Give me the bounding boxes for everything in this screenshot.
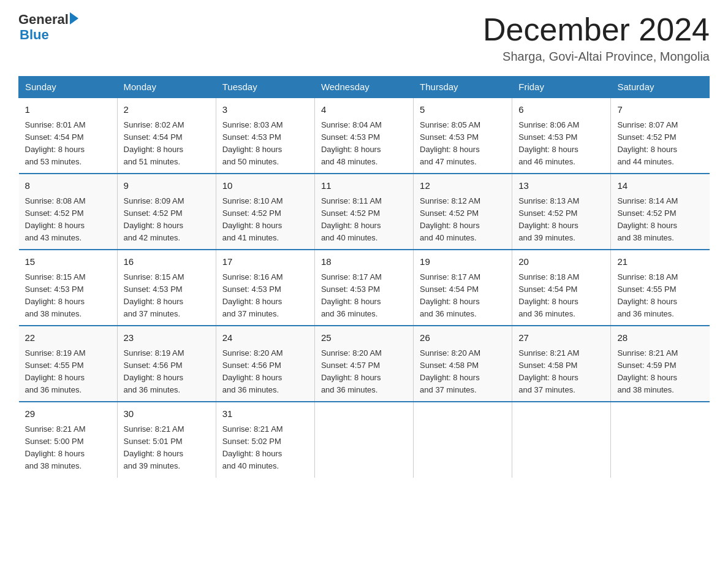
- day-info: Sunrise: 8:10 AMSunset: 4:52 PMDaylight:…: [222, 195, 308, 245]
- table-row: 2Sunrise: 8:02 AMSunset: 4:54 PMDaylight…: [117, 98, 216, 174]
- table-row: 6Sunrise: 8:06 AMSunset: 4:53 PMDaylight…: [512, 98, 611, 174]
- calendar-table: SundayMondayTuesdayWednesdayThursdayFrid…: [18, 76, 710, 477]
- day-info: Sunrise: 8:21 AMSunset: 5:00 PMDaylight:…: [25, 423, 111, 473]
- week-row-2: 8Sunrise: 8:08 AMSunset: 4:52 PMDaylight…: [19, 174, 710, 250]
- table-row: [314, 402, 413, 477]
- header-tuesday: Tuesday: [216, 77, 314, 98]
- table-row: 25Sunrise: 8:20 AMSunset: 4:57 PMDayligh…: [314, 326, 413, 402]
- table-row: 9Sunrise: 8:09 AMSunset: 4:52 PMDaylight…: [117, 174, 216, 250]
- table-row: 1Sunrise: 8:01 AMSunset: 4:54 PMDaylight…: [19, 98, 118, 174]
- table-row: 23Sunrise: 8:19 AMSunset: 4:56 PMDayligh…: [117, 326, 216, 402]
- day-number: 4: [321, 103, 407, 117]
- day-number: 12: [420, 179, 506, 193]
- day-info: Sunrise: 8:20 AMSunset: 4:56 PMDaylight:…: [222, 347, 308, 397]
- table-row: 22Sunrise: 8:19 AMSunset: 4:55 PMDayligh…: [19, 326, 118, 402]
- day-info: Sunrise: 8:21 AMSunset: 5:01 PMDaylight:…: [124, 423, 210, 473]
- day-info: Sunrise: 8:20 AMSunset: 4:58 PMDaylight:…: [420, 347, 506, 397]
- day-number: 31: [222, 407, 308, 421]
- day-info: Sunrise: 8:09 AMSunset: 4:52 PMDaylight:…: [124, 195, 210, 245]
- day-number: 23: [124, 331, 210, 345]
- table-row: 30Sunrise: 8:21 AMSunset: 5:01 PMDayligh…: [117, 402, 216, 477]
- day-number: 14: [617, 179, 703, 193]
- day-info: Sunrise: 8:19 AMSunset: 4:56 PMDaylight:…: [124, 347, 210, 397]
- table-row: 4Sunrise: 8:04 AMSunset: 4:53 PMDaylight…: [314, 98, 413, 174]
- table-row: 27Sunrise: 8:21 AMSunset: 4:58 PMDayligh…: [512, 326, 611, 402]
- table-row: 19Sunrise: 8:17 AMSunset: 4:54 PMDayligh…: [414, 250, 512, 326]
- table-row: 15Sunrise: 8:15 AMSunset: 4:53 PMDayligh…: [19, 250, 118, 326]
- table-row: 24Sunrise: 8:20 AMSunset: 4:56 PMDayligh…: [216, 326, 314, 402]
- day-info: Sunrise: 8:18 AMSunset: 4:54 PMDaylight:…: [518, 271, 604, 321]
- table-row: 18Sunrise: 8:17 AMSunset: 4:53 PMDayligh…: [314, 250, 413, 326]
- logo-blue: Blue: [20, 27, 78, 43]
- table-row: 29Sunrise: 8:21 AMSunset: 5:00 PMDayligh…: [19, 402, 118, 477]
- day-info: Sunrise: 8:21 AMSunset: 5:02 PMDaylight:…: [222, 423, 308, 473]
- day-number: 7: [617, 103, 703, 117]
- day-info: Sunrise: 8:21 AMSunset: 4:58 PMDaylight:…: [518, 347, 604, 397]
- table-row: 16Sunrise: 8:15 AMSunset: 4:53 PMDayligh…: [117, 250, 216, 326]
- location: Sharga, Govi-Altai Province, Mongolia: [483, 50, 710, 64]
- header-friday: Friday: [512, 77, 611, 98]
- table-row: 31Sunrise: 8:21 AMSunset: 5:02 PMDayligh…: [216, 402, 314, 477]
- table-row: 26Sunrise: 8:20 AMSunset: 4:58 PMDayligh…: [414, 326, 512, 402]
- logo: General Blue: [18, 12, 78, 43]
- day-info: Sunrise: 8:02 AMSunset: 4:54 PMDaylight:…: [124, 119, 210, 169]
- day-info: Sunrise: 8:01 AMSunset: 4:54 PMDaylight:…: [25, 119, 111, 169]
- table-row: 11Sunrise: 8:11 AMSunset: 4:52 PMDayligh…: [314, 174, 413, 250]
- table-row: 3Sunrise: 8:03 AMSunset: 4:53 PMDaylight…: [216, 98, 314, 174]
- day-number: 9: [124, 179, 210, 193]
- title-block: December 2024 Sharga, Govi-Altai Provinc…: [483, 12, 710, 64]
- day-info: Sunrise: 8:16 AMSunset: 4:53 PMDaylight:…: [222, 271, 308, 321]
- table-row: 8Sunrise: 8:08 AMSunset: 4:52 PMDaylight…: [19, 174, 118, 250]
- table-row: 5Sunrise: 8:05 AMSunset: 4:53 PMDaylight…: [414, 98, 512, 174]
- day-number: 8: [25, 179, 111, 193]
- header-thursday: Thursday: [414, 77, 512, 98]
- day-number: 6: [518, 103, 604, 117]
- day-info: Sunrise: 8:18 AMSunset: 4:55 PMDaylight:…: [617, 271, 703, 321]
- day-number: 29: [25, 407, 111, 421]
- day-info: Sunrise: 8:04 AMSunset: 4:53 PMDaylight:…: [321, 119, 407, 169]
- day-info: Sunrise: 8:19 AMSunset: 4:55 PMDaylight:…: [25, 347, 111, 397]
- day-number: 19: [420, 255, 506, 269]
- day-number: 30: [124, 407, 210, 421]
- day-info: Sunrise: 8:07 AMSunset: 4:52 PMDaylight:…: [617, 119, 703, 169]
- day-number: 21: [617, 255, 703, 269]
- day-number: 16: [124, 255, 210, 269]
- header-wednesday: Wednesday: [314, 77, 413, 98]
- day-number: 27: [518, 331, 604, 345]
- table-row: 17Sunrise: 8:16 AMSunset: 4:53 PMDayligh…: [216, 250, 314, 326]
- day-number: 18: [321, 255, 407, 269]
- table-row: 7Sunrise: 8:07 AMSunset: 4:52 PMDaylight…: [611, 98, 710, 174]
- week-row-4: 22Sunrise: 8:19 AMSunset: 4:55 PMDayligh…: [19, 326, 710, 402]
- day-info: Sunrise: 8:05 AMSunset: 4:53 PMDaylight:…: [420, 119, 506, 169]
- week-row-5: 29Sunrise: 8:21 AMSunset: 5:00 PMDayligh…: [19, 402, 710, 477]
- day-number: 5: [420, 103, 506, 117]
- header-row: SundayMondayTuesdayWednesdayThursdayFrid…: [19, 77, 710, 98]
- table-row: [611, 402, 710, 477]
- day-number: 11: [321, 179, 407, 193]
- logo-general: General: [18, 12, 69, 27]
- day-number: 10: [222, 179, 308, 193]
- header-monday: Monday: [117, 77, 216, 98]
- day-info: Sunrise: 8:11 AMSunset: 4:52 PMDaylight:…: [321, 195, 407, 245]
- day-number: 26: [420, 331, 506, 345]
- day-number: 24: [222, 331, 308, 345]
- day-number: 15: [25, 255, 111, 269]
- day-info: Sunrise: 8:21 AMSunset: 4:59 PMDaylight:…: [617, 347, 703, 397]
- table-row: 20Sunrise: 8:18 AMSunset: 4:54 PMDayligh…: [512, 250, 611, 326]
- day-info: Sunrise: 8:08 AMSunset: 4:52 PMDaylight:…: [25, 195, 111, 245]
- week-row-1: 1Sunrise: 8:01 AMSunset: 4:54 PMDaylight…: [19, 98, 710, 174]
- table-row: 21Sunrise: 8:18 AMSunset: 4:55 PMDayligh…: [611, 250, 710, 326]
- page-header: General Blue December 2024 Sharga, Govi-…: [18, 12, 710, 64]
- day-info: Sunrise: 8:12 AMSunset: 4:52 PMDaylight:…: [420, 195, 506, 245]
- day-number: 3: [222, 103, 308, 117]
- table-row: 12Sunrise: 8:12 AMSunset: 4:52 PMDayligh…: [414, 174, 512, 250]
- table-row: 13Sunrise: 8:13 AMSunset: 4:52 PMDayligh…: [512, 174, 611, 250]
- table-row: 14Sunrise: 8:14 AMSunset: 4:52 PMDayligh…: [611, 174, 710, 250]
- table-row: 28Sunrise: 8:21 AMSunset: 4:59 PMDayligh…: [611, 326, 710, 402]
- logo-triangle-icon: [70, 12, 78, 25]
- day-info: Sunrise: 8:20 AMSunset: 4:57 PMDaylight:…: [321, 347, 407, 397]
- table-row: [414, 402, 512, 477]
- month-title: December 2024: [483, 12, 710, 47]
- day-number: 13: [518, 179, 604, 193]
- day-number: 20: [518, 255, 604, 269]
